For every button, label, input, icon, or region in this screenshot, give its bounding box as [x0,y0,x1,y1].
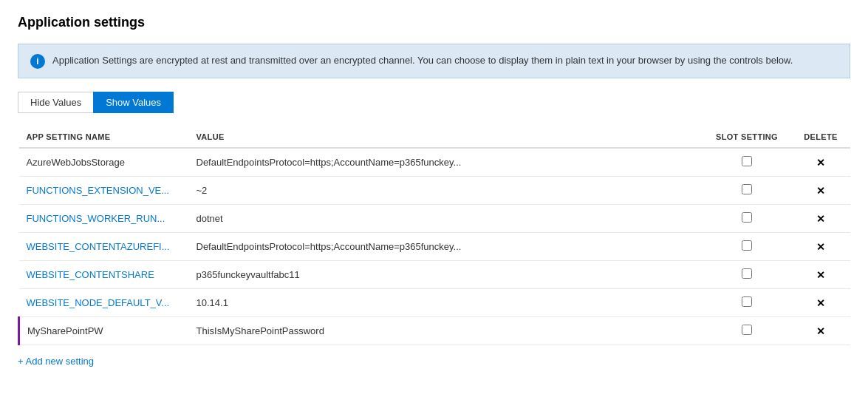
setting-value: DefaultEndpointsProtocol=https;AccountNa… [197,241,462,252]
delete-button[interactable]: ✕ [816,157,825,169]
setting-value: ThisIsMySharePointPassword [197,325,324,336]
info-icon: i [30,54,45,69]
col-header-name: APP SETTING NAME [19,126,189,148]
slot-checkbox[interactable] [742,325,752,335]
show-values-button[interactable]: Show Values [93,92,174,113]
setting-name[interactable]: WEBSITE_NODE_DEFAULT_V... [27,297,170,308]
slot-checkbox[interactable] [742,212,752,223]
setting-value: ~2 [197,185,208,196]
slot-checkbox[interactable] [742,156,752,166]
hide-values-button[interactable]: Hide Values [18,92,93,113]
setting-name: MySharePointPW [27,325,103,336]
table-row: WEBSITE_CONTENTAZUREFI...DefaultEndpoint… [19,233,851,261]
info-banner-text: Application Settings are encrypted at re… [52,53,793,68]
page-title: Application settings [18,15,850,30]
setting-name[interactable]: FUNCTIONS_EXTENSION_VE... [27,185,170,196]
slot-checkbox[interactable] [742,268,752,279]
table-row: MySharePointPWThisIsMySharePointPassword… [19,317,851,345]
delete-button[interactable]: ✕ [816,213,825,225]
settings-table: APP SETTING NAME VALUE SLOT SETTING DELE… [18,126,850,345]
col-header-slot: SLOT SETTING [703,126,791,148]
col-header-value: VALUE [189,126,703,148]
setting-name[interactable]: FUNCTIONS_WORKER_RUN... [27,213,165,224]
setting-name: AzureWebJobsStorage [27,157,125,168]
info-banner: i Application Settings are encrypted at … [18,44,850,78]
delete-button[interactable]: ✕ [816,269,825,281]
setting-value: DefaultEndpointsProtocol=https;AccountNa… [197,157,462,168]
slot-checkbox[interactable] [742,240,752,251]
col-header-delete: DELETE [791,126,850,148]
table-row: WEBSITE_NODE_DEFAULT_V...10.14.1✕ [19,289,851,317]
toggle-buttons: Hide Values Show Values [18,92,850,113]
table-row: AzureWebJobsStorageDefaultEndpointsProto… [19,148,851,177]
setting-value: 10.14.1 [197,297,228,308]
add-new-setting-link[interactable]: + Add new setting [18,356,94,367]
delete-button[interactable]: ✕ [816,241,825,253]
setting-value: p365funckeyvaultfabc11 [197,269,300,280]
delete-button[interactable]: ✕ [816,185,825,197]
slot-checkbox[interactable] [742,296,752,307]
setting-name[interactable]: WEBSITE_CONTENTAZUREFI... [27,241,170,252]
table-row: WEBSITE_CONTENTSHAREp365funckeyvaultfabc… [19,261,851,289]
table-row: FUNCTIONS_EXTENSION_VE...~2✕ [19,177,851,205]
delete-button[interactable]: ✕ [816,325,825,337]
setting-name[interactable]: WEBSITE_CONTENTSHARE [27,269,154,280]
setting-value: dotnet [197,213,223,224]
table-row: FUNCTIONS_WORKER_RUN...dotnet✕ [19,205,851,233]
delete-button[interactable]: ✕ [816,297,825,309]
slot-checkbox[interactable] [742,184,752,194]
